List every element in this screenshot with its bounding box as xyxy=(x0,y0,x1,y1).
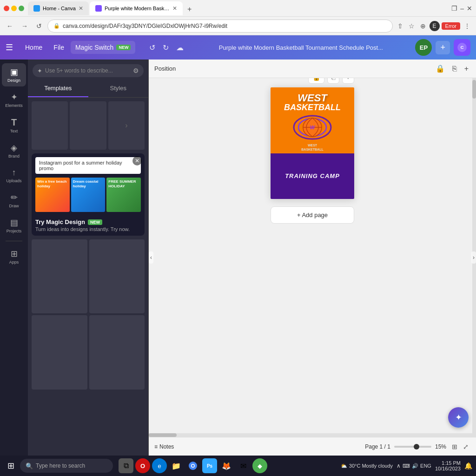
edge-btn[interactable]: e xyxy=(152,458,167,473)
browser-minimize-btn[interactable]: – xyxy=(460,5,464,12)
filter-icon[interactable]: ⚙ xyxy=(133,67,139,74)
template-thumb-1[interactable] xyxy=(32,101,68,150)
lock-btn[interactable]: 🔒 xyxy=(434,62,447,75)
home-nav-link[interactable]: Home xyxy=(20,41,47,54)
photoshop-btn[interactable]: Ps xyxy=(202,458,217,473)
canva-logo-btn[interactable]: C xyxy=(454,39,470,56)
more-template-4[interactable] xyxy=(89,315,145,389)
zoom-slider[interactable] xyxy=(394,446,431,448)
sidebar-label-text: Text xyxy=(10,129,18,133)
canvas-scroll-right-btn[interactable]: › xyxy=(471,251,476,264)
nav-menu-btn[interactable]: ⋮ xyxy=(462,20,472,32)
notes-btn[interactable]: ≡ Notes xyxy=(154,443,174,450)
nav-profile-btn[interactable]: E xyxy=(430,21,440,31)
start-btn[interactable]: ⊞ xyxy=(4,459,18,473)
unknown-btn[interactable]: ◆ xyxy=(252,458,267,473)
nav-share-btn[interactable]: ⇧ xyxy=(396,20,405,32)
tab-close-1[interactable]: ✕ xyxy=(79,5,83,12)
avatar-initials: EP xyxy=(420,44,428,51)
panel-scroll[interactable]: › Instagram post for a summer holiday pr… xyxy=(28,98,148,456)
sidebar-item-design[interactable]: ▣ Design xyxy=(2,63,26,86)
poster-logo-line2: BASKETBALL xyxy=(301,147,323,152)
zoom-slider-area xyxy=(394,446,431,448)
design-canvas[interactable]: 🔒 ⎘ + WEST BASKETBALL xyxy=(271,87,354,199)
view-buttons: ⊞ ⤢ xyxy=(450,442,470,451)
brand-icon: ◈ xyxy=(11,143,17,153)
chrome-btn[interactable] xyxy=(185,458,200,473)
canvas-toolbar: Position 🔒 ⎘ + xyxy=(149,60,476,78)
add-layout-btn[interactable]: + xyxy=(463,62,470,75)
nav-forward-btn[interactable]: → xyxy=(19,20,31,32)
error-button[interactable]: Error xyxy=(442,22,460,30)
poster-logo-text: WEST BASKETBALL xyxy=(301,143,323,152)
browser-close-btn[interactable]: ✕ xyxy=(467,5,472,12)
nav-star-btn[interactable]: ☆ xyxy=(407,20,416,32)
grid-view-btn[interactable]: ⊞ xyxy=(450,442,459,451)
share-btn[interactable]: + xyxy=(436,41,450,54)
firefox-btn[interactable]: 🦊 xyxy=(219,458,234,473)
search-box[interactable]: ✦ ⚙ xyxy=(33,64,144,77)
mail-btn[interactable]: ✉ xyxy=(236,458,251,473)
canvas-scroll-left-btn[interactable]: ‹ xyxy=(149,251,153,264)
sidebar-label-design: Design xyxy=(7,78,20,83)
promo-image-1[interactable]: Win a free beach holiday xyxy=(35,178,70,212)
save-btn[interactable]: ☁ xyxy=(173,41,186,54)
window-maximize-btn[interactable] xyxy=(19,6,24,11)
taskview-btn[interactable]: ⧉ xyxy=(119,458,133,473)
promo-image-3[interactable]: FREE SUMMER HOLIDAY xyxy=(106,178,141,212)
tab-styles[interactable]: Styles xyxy=(88,80,149,97)
window-minimize-btn[interactable] xyxy=(11,6,17,11)
canvas-copy-btn[interactable]: ⎘ xyxy=(327,78,339,84)
undo-btn[interactable]: ↺ xyxy=(146,41,158,54)
taskbar-search-box[interactable]: 🔍 Type here to search xyxy=(20,459,113,473)
sidebar-item-elements[interactable]: ✦ Elements xyxy=(2,88,26,112)
files-btn[interactable]: 📁 xyxy=(169,458,184,473)
more-template-3[interactable] xyxy=(32,315,87,389)
promo-image-2[interactable]: Dream coastal holiday xyxy=(71,178,106,212)
svg-text:C: C xyxy=(460,45,463,50)
opera-btn[interactable]: O xyxy=(135,458,150,473)
search-input[interactable] xyxy=(45,67,130,74)
plus-icon: + xyxy=(440,43,445,52)
notes-icon: ≡ xyxy=(154,443,158,450)
address-bar[interactable]: 🔒 canva.com/design/DAFr3qy3DNY/DGleIGDxl… xyxy=(47,20,393,33)
browser-restore-btn[interactable]: ❐ xyxy=(451,5,457,12)
browser-tab-2[interactable]: Purple white Modern Basketbal... ✕ xyxy=(90,1,183,15)
more-template-1[interactable] xyxy=(32,239,87,313)
file-nav-link[interactable]: File xyxy=(49,41,69,54)
magic-circle-btn[interactable]: ✦ xyxy=(448,407,469,428)
nav-reload-btn[interactable]: ↺ xyxy=(33,20,45,32)
canvas-lock-btn[interactable]: 🔒 xyxy=(308,78,324,84)
sidebar-item-projects[interactable]: ▤ Projects xyxy=(2,214,26,237)
tab-close-2[interactable]: ✕ xyxy=(172,5,177,12)
hamburger-menu-btn[interactable]: ☰ xyxy=(6,42,13,53)
sidebar-item-apps[interactable]: ⊞ Apps xyxy=(2,245,26,268)
text-icon: T xyxy=(11,117,17,128)
tray-up-btn[interactable]: ∧ xyxy=(397,463,401,469)
window-close-btn[interactable] xyxy=(4,6,9,11)
tab-favicon-1 xyxy=(33,5,40,12)
copy-layout-btn[interactable]: ⎘ xyxy=(450,62,459,75)
fullscreen-btn[interactable]: ⤢ xyxy=(461,442,470,451)
new-tab-button[interactable]: + xyxy=(184,3,195,15)
redo-btn[interactable]: ↻ xyxy=(160,41,172,54)
magic-switch-btn[interactable]: Magic Switch NEW xyxy=(71,41,135,54)
canvas-add-btn[interactable]: + xyxy=(342,78,354,84)
add-page-btn[interactable]: + Add page xyxy=(271,206,354,224)
tab-templates[interactable]: Templates xyxy=(28,80,88,97)
template-thumb-3[interactable]: › xyxy=(108,101,145,150)
poster-west-title: WEST xyxy=(298,93,327,103)
nav-back-btn[interactable]: ← xyxy=(4,20,16,32)
sidebar-item-brand[interactable]: ◈ Brand xyxy=(2,139,26,162)
horizontal-scrollbar[interactable] xyxy=(149,433,472,437)
nav-extensions-btn[interactable]: ⊕ xyxy=(418,20,428,32)
browser-tab-1[interactable]: Home - Canva ✕ xyxy=(28,1,89,15)
more-template-2[interactable] xyxy=(89,239,145,313)
sidebar-item-draw[interactable]: ✏ Draw xyxy=(2,189,26,212)
template-thumb-2[interactable] xyxy=(70,101,106,150)
magic-switch-badge: NEW xyxy=(116,45,131,50)
user-avatar-btn[interactable]: EP xyxy=(415,39,432,56)
sidebar-item-text[interactable]: T Text xyxy=(2,113,26,137)
notification-btn[interactable]: 🔔 xyxy=(464,462,472,469)
sidebar-item-uploads[interactable]: ↑ Uploads xyxy=(2,164,26,187)
